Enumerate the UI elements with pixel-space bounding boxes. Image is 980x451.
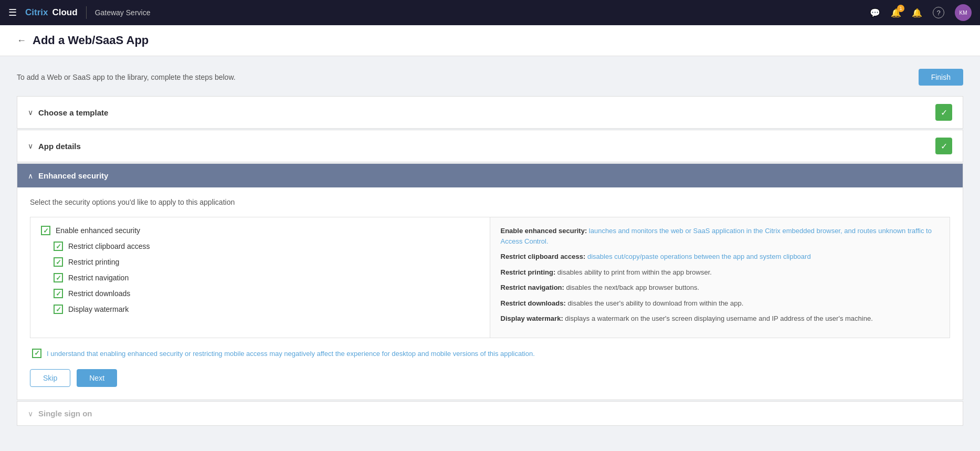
restrict-printing-label: Restrict printing bbox=[68, 258, 119, 266]
brand-logo: Citrix Cloud bbox=[25, 7, 78, 18]
choose-template-section: ∨ Choose a template ✓ bbox=[17, 96, 963, 129]
acknowledgment-text: I understand that enabling enhanced secu… bbox=[47, 349, 535, 359]
citrix-logo-text: Citrix bbox=[25, 7, 48, 18]
sso-title: Single sign on bbox=[38, 409, 92, 418]
action-buttons: Skip Next bbox=[30, 369, 950, 387]
enable-enhanced-security-row: ✓ Enable enhanced security bbox=[41, 226, 479, 235]
notification-badge: 1 bbox=[897, 5, 904, 12]
top-nav-right: 💬 🔔 1 🔔 ? KM bbox=[870, 4, 972, 21]
restrict-printing-row: ✓ Restrict printing bbox=[54, 257, 479, 267]
help-navigation-text: disables the next/back app browser butto… bbox=[566, 284, 699, 291]
help-printing-text: disables ability to print from within th… bbox=[557, 268, 712, 276]
restrict-navigation-checkmark: ✓ bbox=[56, 274, 61, 282]
subtitle-text: To add a Web or SaaS app to the library,… bbox=[17, 73, 236, 81]
security-description: Select the security options you'd like t… bbox=[30, 198, 950, 206]
enable-enhanced-security-label: Enable enhanced security bbox=[56, 226, 140, 235]
help-enable-bold: Enable enhanced security: bbox=[501, 227, 587, 235]
help-printing-bold: Restrict printing: bbox=[501, 268, 556, 276]
restrict-navigation-label: Restrict navigation bbox=[68, 274, 129, 282]
acknowledgment-row: ✓ I understand that enabling enhanced se… bbox=[30, 349, 950, 359]
help-clipboard-bold: Restrict clipboard access: bbox=[501, 253, 586, 260]
choose-template-check: ✓ bbox=[935, 104, 952, 121]
app-details-chevron: ∨ bbox=[28, 142, 33, 150]
help-watermark-bold: Display watermark: bbox=[501, 314, 563, 322]
skip-button[interactable]: Skip bbox=[30, 369, 70, 387]
hamburger-menu[interactable]: ☰ bbox=[8, 7, 17, 18]
finish-button[interactable]: Finish bbox=[919, 69, 963, 86]
enable-enhanced-security-checkbox[interactable]: ✓ bbox=[41, 226, 50, 235]
help-clipboard-text: disables cut/copy/paste operations betwe… bbox=[587, 253, 811, 260]
single-sign-on-header[interactable]: ∨ Single sign on bbox=[17, 402, 963, 425]
notification-bell-icon[interactable]: 🔔 1 bbox=[891, 8, 901, 18]
help-restrict-clipboard: Restrict clipboard access: disables cut/… bbox=[501, 251, 940, 262]
enhanced-security-title: Enhanced security bbox=[38, 171, 108, 180]
back-button[interactable]: ← bbox=[17, 35, 26, 46]
page-title: Add a Web/SaaS App bbox=[33, 34, 149, 47]
choose-template-left: ∨ Choose a template bbox=[28, 108, 108, 117]
restrict-navigation-checkbox[interactable]: ✓ bbox=[54, 273, 63, 282]
help-display-watermark: Display watermark: displays a watermark … bbox=[501, 313, 940, 324]
restrict-clipboard-checkmark: ✓ bbox=[56, 243, 61, 250]
subtitle-bar: To add a Web or SaaS app to the library,… bbox=[17, 69, 963, 86]
cloud-text: Cloud bbox=[52, 7, 77, 18]
restrict-downloads-label: Restrict downloads bbox=[68, 289, 130, 298]
page-header: ← Add a Web/SaaS App bbox=[0, 25, 980, 56]
checkboxes-column: ✓ Enable enhanced security ✓ Restrict cl… bbox=[30, 217, 490, 338]
help-icon[interactable]: ? bbox=[933, 7, 944, 18]
help-downloads-text: disables the user's ability to download … bbox=[567, 299, 743, 307]
help-text-column: Enable enhanced security: launches and m… bbox=[490, 217, 950, 338]
choose-template-chevron: ∨ bbox=[28, 108, 33, 117]
restrict-navigation-row: ✓ Restrict navigation bbox=[54, 273, 479, 282]
display-watermark-checkmark: ✓ bbox=[56, 306, 61, 313]
restrict-clipboard-checkbox[interactable]: ✓ bbox=[54, 242, 63, 251]
service-name: Gateway Service bbox=[95, 8, 151, 17]
nav-divider bbox=[86, 6, 87, 19]
restrict-downloads-row: ✓ Restrict downloads bbox=[54, 289, 479, 298]
help-enable-enhanced-security: Enable enhanced security: launches and m… bbox=[501, 226, 940, 246]
top-navigation: ☰ Citrix Cloud Gateway Service 💬 🔔 1 🔔 ?… bbox=[0, 0, 980, 25]
enable-enhanced-security-checkmark: ✓ bbox=[43, 227, 49, 235]
display-watermark-row: ✓ Display watermark bbox=[54, 305, 479, 314]
help-navigation-bold: Restrict navigation: bbox=[501, 284, 564, 291]
enhanced-security-section: ∧ Enhanced security Select the security … bbox=[17, 163, 963, 400]
restrict-printing-checkbox[interactable]: ✓ bbox=[54, 257, 63, 267]
enhanced-security-left: ∧ Enhanced security bbox=[28, 171, 108, 180]
security-options-grid: ✓ Enable enhanced security ✓ Restrict cl… bbox=[30, 217, 950, 338]
sso-left: ∨ Single sign on bbox=[28, 409, 92, 418]
display-watermark-checkbox[interactable]: ✓ bbox=[54, 305, 63, 314]
alert-icon[interactable]: 🔔 bbox=[912, 8, 922, 18]
single-sign-on-section: ∨ Single sign on bbox=[17, 401, 963, 426]
restrict-printing-checkmark: ✓ bbox=[56, 258, 61, 266]
app-details-title: App details bbox=[38, 142, 81, 151]
enhanced-security-chevron: ∧ bbox=[28, 172, 33, 180]
restrict-downloads-checkbox[interactable]: ✓ bbox=[54, 289, 63, 298]
restrict-downloads-checkmark: ✓ bbox=[56, 290, 61, 298]
display-watermark-label: Display watermark bbox=[68, 305, 129, 313]
restrict-clipboard-label: Restrict clipboard access bbox=[68, 242, 150, 250]
help-restrict-navigation: Restrict navigation: disables the next/b… bbox=[501, 282, 940, 293]
help-watermark-text: displays a watermark on the user's scree… bbox=[565, 314, 872, 322]
choose-template-title: Choose a template bbox=[38, 108, 108, 117]
enhanced-security-header[interactable]: ∧ Enhanced security bbox=[17, 164, 963, 187]
help-downloads-bold: Restrict downloads: bbox=[501, 299, 566, 307]
main-content: To add a Web or SaaS app to the library,… bbox=[0, 56, 980, 451]
acknowledgment-checkbox[interactable]: ✓ bbox=[32, 349, 41, 358]
app-details-check: ✓ bbox=[935, 138, 952, 154]
app-details-header[interactable]: ∨ App details ✓ bbox=[17, 130, 963, 162]
choose-template-header[interactable]: ∨ Choose a template ✓ bbox=[17, 97, 963, 128]
app-details-section: ∨ App details ✓ bbox=[17, 130, 963, 162]
enhanced-security-body: Select the security options you'd like t… bbox=[17, 187, 963, 400]
help-restrict-downloads: Restrict downloads: disables the user's … bbox=[501, 298, 940, 309]
sso-chevron: ∨ bbox=[28, 410, 33, 418]
help-restrict-printing: Restrict printing: disables ability to p… bbox=[501, 267, 940, 278]
next-button[interactable]: Next bbox=[77, 369, 117, 387]
app-details-left: ∨ App details bbox=[28, 142, 81, 151]
user-avatar[interactable]: KM bbox=[955, 4, 972, 21]
restrict-clipboard-row: ✓ Restrict clipboard access bbox=[54, 242, 479, 251]
chat-icon[interactable]: 💬 bbox=[870, 8, 880, 18]
acknowledgment-checkmark: ✓ bbox=[34, 349, 40, 357]
